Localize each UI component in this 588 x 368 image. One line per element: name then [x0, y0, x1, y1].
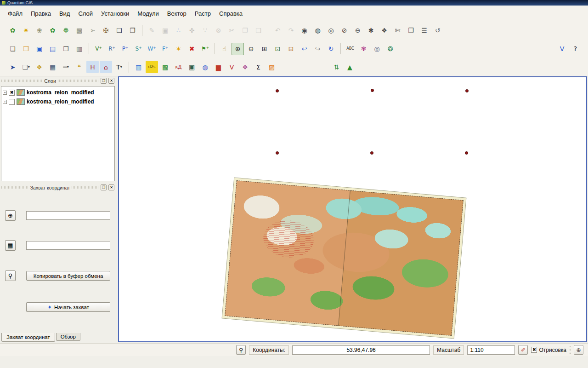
delete-ring-button[interactable]: ⊘	[338, 24, 351, 37]
attribute-table-button[interactable]: ▦	[46, 61, 59, 73]
reshape-features-button[interactable]: ✱	[365, 24, 377, 37]
toggle-editing-button[interactable]: ✎	[146, 24, 158, 37]
new-composer-button[interactable]: ❐	[60, 43, 72, 55]
deselect-all-button[interactable]: ❖	[33, 61, 45, 73]
grass-open-tools-button[interactable]: ✿	[46, 24, 59, 37]
refresh-map-button[interactable]: ↻	[325, 43, 337, 55]
add-postgis-layer-button[interactable]: P⁺	[119, 43, 131, 55]
add-raster-layer-button[interactable]: R⁺	[106, 43, 118, 55]
map-coordinate-input[interactable]	[26, 241, 110, 250]
zoom-next-button[interactable]: ↪	[311, 43, 324, 55]
print-button[interactable]: ▥	[73, 43, 85, 55]
render-checkbox[interactable]: ✖	[531, 347, 537, 353]
mapserver-export-button[interactable]: ▣	[186, 61, 198, 73]
crs-status-button[interactable]: ⊕	[574, 345, 583, 355]
grass-new-mapset-button[interactable]: ✷	[20, 24, 32, 37]
open-project-button[interactable]: ❒	[20, 43, 32, 55]
version-check-button[interactable]: V	[556, 43, 568, 55]
crs-coordinate-input[interactable]	[26, 211, 110, 220]
render-toggle[interactable]: ✖ Отрисовка	[531, 347, 566, 353]
node-tool-button[interactable]: ∵	[199, 24, 211, 37]
save-edits-button[interactable]: ▣	[159, 24, 171, 37]
remove-layer-button[interactable]: ✖	[186, 43, 198, 55]
window-titlebar[interactable]: Quantum GIS	[0, 0, 588, 6]
cut-features-button[interactable]: ✂	[226, 24, 238, 37]
zoom-last-button[interactable]: ↩	[298, 43, 311, 55]
add-spatialite-layer-button[interactable]: S⁺	[132, 43, 145, 55]
menu-item[interactable]: Вид	[55, 8, 74, 19]
coordinates-input[interactable]	[292, 345, 430, 355]
copy-to-clipboard-button[interactable]: Копировать в буфер обмена	[26, 271, 110, 281]
save-project-as-button[interactable]: ▤	[46, 43, 59, 55]
grass-region-edit-button[interactable]: ▩	[73, 24, 85, 37]
composer-manager-button[interactable]: ❐	[126, 24, 139, 37]
add-part-button[interactable]: ◎	[325, 24, 337, 37]
layer-visibility-checkbox[interactable]: ✖	[9, 90, 15, 96]
float-panel-button[interactable]: ❐	[101, 184, 107, 190]
rotate-point-symbols-button[interactable]: ↺	[431, 24, 444, 37]
identify-button[interactable]: ➤	[6, 61, 19, 73]
grass-close-mapset-button[interactable]: ❀	[33, 24, 45, 37]
text-annotation-button[interactable]: T	[113, 61, 125, 73]
grass-shell-button[interactable]: ✠	[100, 24, 112, 37]
kd-plugin-button[interactable]: кД	[172, 61, 185, 73]
globe-plugin-button[interactable]: ◍	[199, 61, 211, 73]
measure-button[interactable]: ═	[60, 61, 72, 73]
zoom-to-layer-button[interactable]: ⊟	[285, 43, 297, 55]
select-features-button[interactable]: ❏	[20, 61, 32, 73]
capture-point-button[interactable]: ∴	[172, 24, 185, 37]
panel-drag-handle[interactable]	[58, 80, 99, 82]
pan-map-button[interactable]: ☝	[218, 43, 231, 55]
undo-button[interactable]: ↶	[271, 24, 284, 37]
panel-drag-handle[interactable]	[1, 80, 42, 82]
copy-features-button[interactable]: ❐	[239, 24, 251, 37]
menu-item[interactable]: Справка	[215, 8, 247, 19]
dxf2shp-button[interactable]: d2s	[146, 61, 158, 73]
points-plugin-button[interactable]: V	[226, 61, 238, 73]
dock-tab[interactable]: Обзор	[56, 333, 80, 341]
annotation-button[interactable]: ❂	[384, 43, 396, 55]
whats-this-button[interactable]: ?	[569, 43, 582, 55]
track-mouse-button[interactable]: ⚲	[5, 270, 16, 281]
maptips-button[interactable]: ❝	[73, 61, 85, 73]
start-capture-button[interactable]: ✦ Начать захват	[26, 302, 110, 312]
mouse-position-button[interactable]: ⚲	[236, 345, 246, 355]
grass-edit-vector-button[interactable]: ➣	[86, 24, 99, 37]
panel-drag-handle[interactable]	[72, 186, 99, 189]
expander-icon[interactable]: +	[3, 100, 7, 104]
statist-button[interactable]: ▆	[212, 61, 225, 73]
menu-item[interactable]: Правка	[27, 8, 55, 19]
close-panel-button[interactable]: ✕	[108, 184, 114, 190]
layer-visibility-checkbox[interactable]: ✖	[9, 99, 15, 105]
new-project-button[interactable]: ❏	[6, 43, 19, 55]
zoom-in-button[interactable]: ⊕	[232, 43, 244, 55]
merge-features-button[interactable]: ❒	[405, 24, 417, 37]
labeling-button[interactable]: ABC	[344, 43, 356, 55]
redo-button[interactable]: ↷	[285, 24, 297, 37]
menu-item[interactable]: Файл	[4, 8, 27, 19]
crs-coords-button[interactable]: ⊕	[5, 210, 16, 221]
expander-icon[interactable]: +	[3, 91, 7, 95]
home-plugin-button[interactable]: ⌂	[100, 61, 112, 73]
add-gpx-layer-button[interactable]: ⚑⁺	[199, 43, 211, 55]
menu-item[interactable]: Слой	[74, 8, 97, 19]
georeferencer-button[interactable]: ▩	[159, 61, 171, 73]
show-bookmarks-button[interactable]: ◎	[371, 43, 383, 55]
paste-features-button[interactable]: ❑	[252, 24, 265, 37]
raster-histogram-button[interactable]: ▥	[132, 61, 145, 73]
render-progress-icon-button[interactable]: ✐	[518, 345, 528, 355]
save-project-button[interactable]: ▣	[33, 43, 45, 55]
new-composer-window-button[interactable]: ❏	[113, 24, 125, 37]
move-feature-button[interactable]: ✜	[186, 24, 198, 37]
menu-item[interactable]: Установки	[97, 8, 133, 19]
menu-item[interactable]: Модули	[133, 8, 163, 19]
layer-item[interactable]: + ✖ kostroma_reion_modified	[1, 97, 114, 106]
grass-region-button[interactable]: ❁	[60, 24, 72, 37]
map-canvas[interactable]	[118, 76, 587, 342]
menu-item[interactable]: Вектор	[163, 8, 191, 19]
layer-item[interactable]: + ✖ kostroma_reion_modified	[1, 88, 114, 97]
profile-plugin-button[interactable]: ▲	[344, 61, 356, 73]
zoom-out-button[interactable]: ⊖	[245, 43, 257, 55]
delete-part-button[interactable]: ⊖	[351, 24, 364, 37]
scale-input[interactable]	[467, 345, 515, 355]
